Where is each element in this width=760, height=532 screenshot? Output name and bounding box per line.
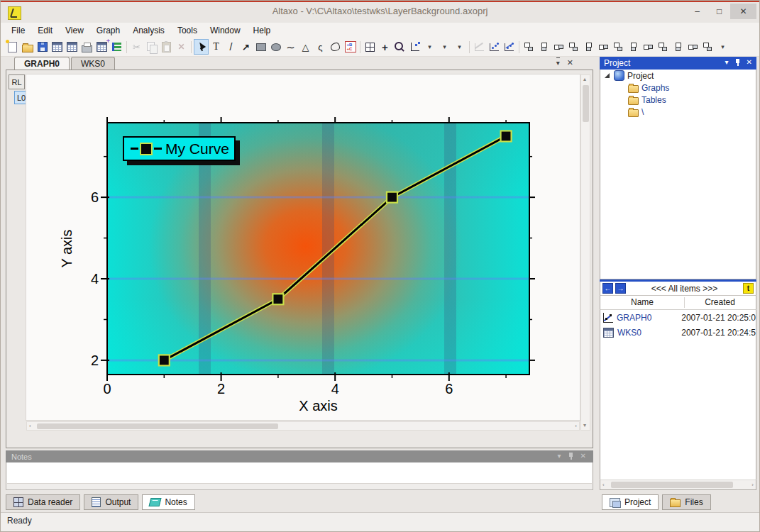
- tab-data-reader[interactable]: Data reader: [6, 494, 80, 510]
- closed-curve-tool-button[interactable]: [328, 39, 343, 55]
- new-document-button[interactable]: [5, 39, 20, 55]
- triangle-tool-button[interactable]: △: [298, 39, 313, 55]
- move-forward-button[interactable]: [611, 39, 626, 55]
- item-row-wks0[interactable]: WKS02007-01-21 20:24:5: [600, 325, 756, 340]
- scroll-right-icon[interactable]: ›: [751, 482, 754, 488]
- line-scatter-plot-button[interactable]: [502, 39, 517, 55]
- open-file-button[interactable]: [20, 39, 35, 55]
- notes-pin-icon[interactable]: [568, 452, 574, 460]
- align-left-button[interactable]: [581, 39, 596, 55]
- align-right-button[interactable]: [596, 39, 611, 55]
- toolbar-overflow-button[interactable]: ▾: [715, 39, 730, 55]
- project-dropdown-icon[interactable]: ▾: [725, 59, 729, 66]
- vertical-scroll-thumb[interactable]: [583, 85, 589, 122]
- open-curve-tool-button[interactable]: ς: [313, 39, 328, 55]
- menu-help[interactable]: Help: [247, 24, 277, 37]
- menu-analysis[interactable]: Analysis: [126, 24, 171, 37]
- panel-tab-files[interactable]: Files: [662, 494, 710, 510]
- move-backward-button[interactable]: [626, 39, 641, 55]
- titlebar[interactable]: Altaxo - V:\C\Altaxo\testwks\LayerBackgr…: [0, 2, 760, 23]
- rectangle-tool-button[interactable]: [253, 39, 268, 55]
- tree-item-graphs[interactable]: Graphs: [600, 82, 756, 94]
- project-pin-icon[interactable]: [734, 58, 741, 66]
- notes-panel-header[interactable]: Notes ▾ ✕: [6, 450, 593, 462]
- magnifier-button[interactable]: [392, 39, 407, 55]
- document-tab-graph0[interactable]: GRAPH0: [14, 57, 70, 70]
- ellipse-tool-button[interactable]: [268, 39, 283, 55]
- legend[interactable]: My Curve: [123, 136, 236, 161]
- graph-page[interactable]: 0246246X axisY axis My Curve: [26, 74, 580, 420]
- item-row-graph0[interactable]: GRAPH02007-01-21 20:25:0: [600, 310, 756, 325]
- minimize-button[interactable]: –: [686, 4, 708, 19]
- notes-text-field[interactable]: [7, 462, 592, 484]
- project-panel-header[interactable]: Project ▾ ✕: [600, 57, 756, 70]
- column-header-name[interactable]: Name: [600, 297, 684, 307]
- scroll-down-icon[interactable]: ▾: [583, 423, 586, 428]
- distribute-rows-button[interactable]: [685, 39, 700, 55]
- curve-tool-button[interactable]: ∼: [283, 39, 298, 55]
- notes-dropdown-icon[interactable]: ▾: [558, 453, 561, 460]
- project-close-icon[interactable]: ✕: [747, 59, 752, 66]
- cut-button[interactable]: ✂: [129, 39, 144, 55]
- scroll-up-icon[interactable]: ▴: [583, 77, 586, 82]
- menu-edit[interactable]: Edit: [31, 24, 59, 37]
- dropdown-arrow-button[interactable]: ▾: [437, 39, 452, 55]
- items-scroll-thumb[interactable]: [611, 482, 733, 488]
- line-tool-button[interactable]: /: [224, 39, 238, 55]
- root-layer-button[interactable]: RL: [9, 74, 25, 89]
- arrow-tool-button[interactable]: ↗: [238, 39, 253, 55]
- menu-file[interactable]: File: [5, 24, 31, 37]
- tab-notes[interactable]: Notes: [142, 494, 194, 510]
- axes-pointer-button[interactable]: [407, 39, 422, 55]
- close-document-icon[interactable]: ✕: [567, 58, 573, 67]
- nav-back-button[interactable]: ←: [602, 283, 613, 294]
- column-header-created[interactable]: Created: [684, 297, 756, 307]
- delete-button[interactable]: ✕: [174, 39, 189, 55]
- open-worksheet-button[interactable]: [65, 39, 79, 55]
- items-horizontal-scrollbar[interactable]: ‹ ›: [600, 480, 756, 490]
- scatter-plot-button[interactable]: [487, 39, 502, 55]
- tree-item-[interactable]: \: [600, 106, 756, 118]
- menu-graph[interactable]: Graph: [90, 24, 126, 37]
- maximize-button[interactable]: □: [708, 4, 730, 19]
- arrange-windows-button[interactable]: [109, 39, 124, 55]
- tree-item-tables[interactable]: Tables: [600, 94, 756, 106]
- tree-item-project[interactable]: Project: [600, 70, 756, 82]
- distribute-columns-button[interactable]: [671, 39, 685, 55]
- data-point-marker[interactable]: [272, 294, 283, 304]
- align-bottom-button[interactable]: [536, 39, 551, 55]
- document-tab-wks0[interactable]: WKS0: [71, 57, 115, 70]
- menu-view[interactable]: View: [59, 24, 90, 37]
- close-button[interactable]: ✕: [730, 4, 756, 19]
- new-table-button[interactable]: [94, 39, 109, 55]
- size-to-width-button[interactable]: [641, 39, 656, 55]
- paste-button[interactable]: [159, 39, 174, 55]
- tab-list-dropdown-icon[interactable]: ▾: [556, 60, 560, 67]
- pointer-button[interactable]: [194, 39, 209, 55]
- horizontal-scroll-thumb[interactable]: [37, 423, 278, 429]
- menu-window[interactable]: Window: [204, 24, 247, 37]
- data-point-marker[interactable]: [501, 131, 512, 141]
- vertical-scrollbar[interactable]: ▴ ▾: [580, 74, 590, 431]
- data-point-marker[interactable]: [159, 355, 170, 365]
- dropdown-arrow-button[interactable]: ▾: [422, 39, 437, 55]
- nav-forward-button[interactable]: →: [615, 283, 626, 294]
- function-plot-button[interactable]: [472, 39, 487, 55]
- series-line[interactable]: [164, 136, 506, 360]
- align-horizontal-button[interactable]: [551, 39, 566, 55]
- align-top-button[interactable]: [522, 39, 536, 55]
- scroll-left-icon[interactable]: ‹: [602, 482, 605, 488]
- label-tool-button[interactable]: [343, 39, 358, 55]
- zoom-region-button[interactable]: [363, 39, 378, 55]
- move-plot-button[interactable]: +: [378, 39, 392, 55]
- scroll-left-icon[interactable]: ‹: [29, 423, 31, 429]
- arrange-grid-button[interactable]: [700, 39, 715, 55]
- notes-close-icon[interactable]: ✕: [580, 453, 586, 460]
- print-button[interactable]: [79, 39, 94, 55]
- copy-button[interactable]: [144, 39, 159, 55]
- tree-expander-icon[interactable]: [605, 73, 610, 78]
- scroll-right-icon[interactable]: ›: [575, 423, 577, 429]
- item-view-toggle-button[interactable]: t: [743, 283, 754, 294]
- menu-tools[interactable]: Tools: [171, 24, 204, 37]
- text-tool-button[interactable]: T: [209, 39, 224, 55]
